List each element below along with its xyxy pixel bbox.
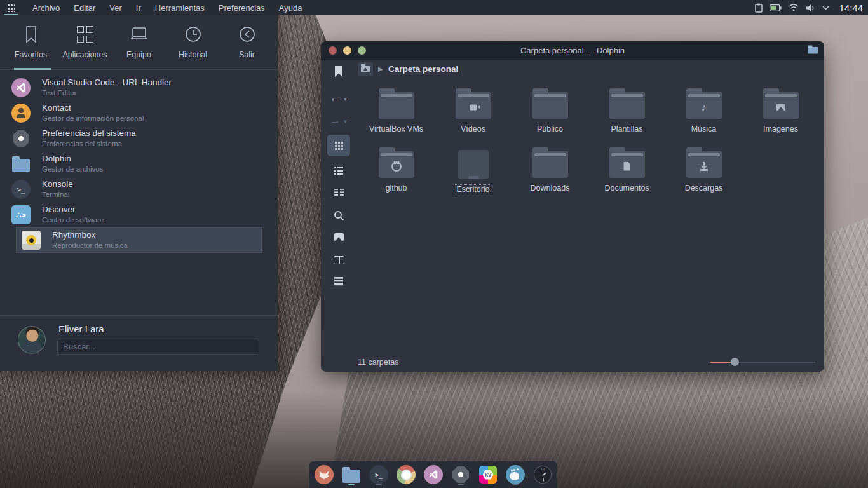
close-button[interactable] [329, 46, 337, 55]
app-grid-icon [77, 24, 93, 44]
folder-virtualbox-vms[interactable]: VirtualBox VMs [358, 86, 435, 145]
clock-icon: 12 [534, 466, 552, 484]
app-launcher-button[interactable] [3, 0, 19, 15]
compact-view-button[interactable] [327, 182, 350, 203]
tab-equipo[interactable]: Equipo [114, 24, 165, 70]
rhythmbox-icon [22, 231, 41, 250]
folder-imagenes[interactable]: Imágenes [742, 86, 819, 145]
volume-icon[interactable] [806, 4, 815, 12]
folder-plantillas[interactable]: Plantillas [588, 86, 665, 145]
folder-icon [609, 92, 645, 119]
app-name: Visual Studio Code - URL Handler [42, 78, 172, 88]
dock-firefox[interactable] [315, 464, 334, 485]
wifi-icon[interactable] [789, 4, 799, 11]
list-item-rhythmbox[interactable]: Rhythmbox Reproductor de música [16, 227, 262, 253]
split-view-button[interactable] [327, 249, 350, 271]
menu-preferencias[interactable]: Preferencias [212, 1, 272, 15]
dock-system-settings[interactable] [451, 464, 470, 485]
folder-label: Imágenes [763, 125, 798, 133]
list-item-dolphin[interactable]: Dolphin Gestor de archivos [0, 151, 278, 177]
terminal-icon: >_ [369, 465, 388, 484]
search-input[interactable] [57, 339, 259, 355]
list-item-kontact[interactable]: Kontact Gestor de información personal [0, 100, 278, 126]
tab-favoritos[interactable]: Favoritos [6, 24, 57, 70]
list-view-button[interactable] [327, 160, 350, 182]
list-item-system-settings[interactable]: Preferencias del sistema Preferencias de… [0, 126, 278, 151]
menu-ir[interactable]: Ir [129, 1, 148, 15]
dolphin-titlebar[interactable]: Carpeta personal — Dolphin [321, 41, 824, 60]
status-text: 11 carpetas [358, 358, 398, 367]
menu-ver[interactable]: Ver [102, 1, 129, 15]
tab-salir[interactable]: Salir [222, 24, 273, 70]
folder-music-icon: ♪ [686, 92, 722, 119]
search-button[interactable] [327, 205, 350, 226]
app-name: Dolphin [42, 154, 104, 165]
folder-icon [379, 92, 414, 119]
icons-view-button[interactable] [327, 135, 350, 156]
back-arrow-icon[interactable]: ← [330, 93, 341, 104]
back-dropdown-icon[interactable]: ▾ [344, 96, 347, 102]
app-description: Terminal [42, 190, 73, 199]
list-item-konsole[interactable]: >_ Konsole Terminal [0, 177, 278, 202]
computer-icon [130, 24, 149, 44]
folder-icon [532, 92, 568, 119]
chevron-down-icon[interactable] [822, 6, 829, 10]
folder-github[interactable]: github [358, 145, 435, 204]
dock-vscode[interactable] [424, 464, 443, 485]
file-manager-icon [342, 470, 360, 483]
running-indicator [512, 484, 519, 485]
battery-icon[interactable] [770, 4, 782, 11]
folder-documentos[interactable]: Documentos [588, 145, 665, 204]
folder-publico[interactable]: Público [512, 86, 588, 145]
menu-herramientas[interactable]: Herramientas [148, 1, 212, 15]
dolphin-location-bar: ▶ Carpeta personal [321, 60, 824, 80]
home-folder-icon[interactable] [358, 62, 373, 76]
running-indicator [458, 484, 464, 485]
system-settings-icon [11, 129, 31, 148]
breadcrumb[interactable]: Carpeta personal [388, 64, 458, 74]
menu-button[interactable] [327, 271, 350, 292]
list-item-vscode[interactable]: Visual Studio Code - URL Handler Text Ed… [0, 75, 278, 100]
zoom-slider-handle[interactable] [731, 358, 739, 366]
bookmark-icon[interactable] [335, 66, 342, 77]
folder-label: Vídeos [461, 125, 485, 133]
menu-icon [334, 277, 343, 286]
dock-blue-splash-app[interactable] [506, 464, 525, 485]
folder-escritorio[interactable]: Escritorio [435, 145, 512, 204]
leave-icon [238, 24, 256, 44]
terminal-icon: >_ [11, 180, 31, 199]
clipboard-icon[interactable] [755, 3, 763, 13]
app-description: Gestor de información personal [42, 114, 144, 123]
user-name: Eliver Lara [58, 323, 104, 334]
folder-grid: VirtualBox VMs Vídeos Público Plantillas… [358, 86, 820, 204]
dock-clock[interactable]: 12 [533, 464, 552, 485]
menu-editar[interactable]: Editar [67, 1, 102, 15]
kvantum-icon: KV [479, 466, 497, 484]
menu-archivo[interactable]: Archivo [25, 1, 67, 15]
chromium-icon [397, 465, 416, 484]
maximize-button[interactable] [358, 46, 366, 55]
dock-file-manager[interactable] [342, 464, 361, 485]
dock-terminal[interactable]: >_ [369, 464, 388, 485]
folder-downloads[interactable]: Downloads [512, 145, 588, 204]
menu-items: Archivo Editar Ver Ir Herramientas Prefe… [25, 1, 309, 15]
tray-clock[interactable]: 14:44 [839, 3, 863, 13]
folder-label: Música [691, 125, 717, 133]
folder-videos[interactable]: Vídeos [435, 86, 512, 145]
application-launcher-panel: Favoritos Aplicaciones Equipo Historial … [0, 15, 278, 371]
dock-chromium[interactable] [397, 464, 416, 485]
preview-button[interactable] [327, 226, 350, 248]
forward-arrow-icon[interactable]: → [330, 115, 341, 126]
list-item-discover[interactable]: ∴> Discover Centro de software [0, 202, 278, 227]
zoom-slider[interactable] [710, 362, 815, 363]
forward-dropdown-icon[interactable]: ▾ [344, 118, 347, 125]
folder-musica[interactable]: ♪ Música [665, 86, 742, 145]
menu-ayuda[interactable]: Ayuda [272, 1, 309, 15]
split-view-icon [334, 256, 344, 264]
folder-descargas[interactable]: Descargas [665, 145, 742, 204]
user-avatar[interactable] [18, 326, 46, 354]
dock-kvantum[interactable]: KV [478, 464, 498, 485]
tab-historial[interactable]: Historial [168, 24, 219, 70]
tab-aplicaciones[interactable]: Aplicaciones [60, 24, 111, 70]
minimize-button[interactable] [343, 46, 351, 55]
